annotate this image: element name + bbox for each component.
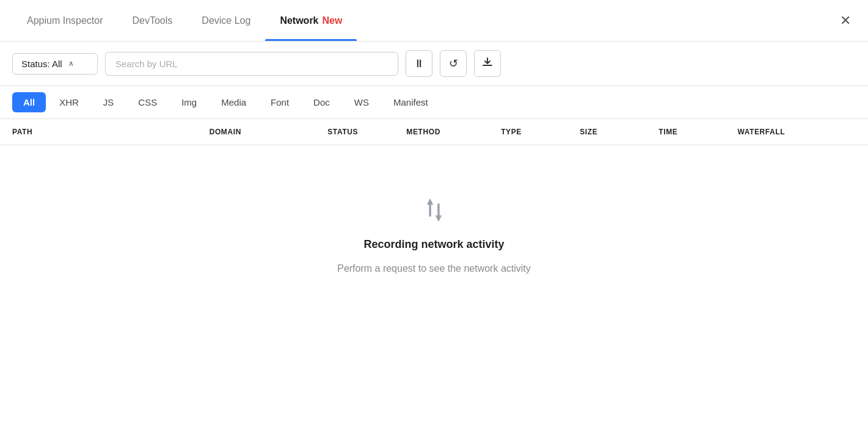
tab-network[interactable]: Network New <box>265 0 357 41</box>
network-transfer-icon <box>418 194 450 226</box>
table-header: PATH DOMAIN STATUS METHOD TYPE SIZE TIME… <box>0 119 868 145</box>
col-header-type: TYPE <box>501 128 580 136</box>
close-button[interactable]: ✕ <box>835 8 856 34</box>
pause-button[interactable]: ⏸ <box>406 50 432 77</box>
tab-appium-inspector[interactable]: Appium Inspector <box>12 0 118 41</box>
col-header-path: PATH <box>12 128 210 136</box>
filter-font[interactable]: Font <box>260 92 300 112</box>
filter-img[interactable]: Img <box>170 92 208 112</box>
svg-marker-0 <box>426 198 432 216</box>
search-input[interactable] <box>105 52 398 76</box>
new-badge: New <box>323 15 343 26</box>
tab-appium-inspector-label: Appium Inspector <box>27 15 103 26</box>
filter-ws[interactable]: WS <box>343 92 380 112</box>
empty-title: Recording network activity <box>363 238 504 251</box>
filter-manifest[interactable]: Manifest <box>382 92 439 112</box>
filter-media[interactable]: Media <box>210 92 257 112</box>
refresh-button[interactable]: ↻ <box>440 50 467 77</box>
empty-state: Recording network activity Perform a req… <box>0 145 868 323</box>
col-header-size: SIZE <box>580 128 658 136</box>
pause-icon: ⏸ <box>414 57 425 70</box>
chevron-down-icon: ∧ <box>68 59 74 68</box>
tab-device-log-label: Device Log <box>202 15 250 26</box>
filter-css[interactable]: CSS <box>127 92 168 112</box>
tab-bar: Appium Inspector DevTools Device Log Net… <box>0 0 868 42</box>
tab-devtools[interactable]: DevTools <box>118 0 188 41</box>
status-label: Status: All <box>21 59 62 69</box>
filter-doc[interactable]: Doc <box>302 92 341 112</box>
refresh-icon: ↻ <box>449 57 458 70</box>
col-header-waterfall: WATERFALL <box>737 128 856 136</box>
download-icon <box>481 56 494 71</box>
filter-bar: All XHR JS CSS Img Media Font Doc WS Man… <box>0 86 868 119</box>
filter-xhr[interactable]: XHR <box>48 92 90 112</box>
col-header-time: TIME <box>658 128 737 136</box>
tab-devtools-label: DevTools <box>133 15 173 26</box>
filter-js[interactable]: JS <box>92 92 125 112</box>
empty-subtitle: Perform a request to see the network act… <box>337 263 531 274</box>
svg-marker-1 <box>435 204 441 222</box>
filter-all[interactable]: All <box>12 92 46 112</box>
col-header-domain: DOMAIN <box>210 128 328 136</box>
status-dropdown[interactable]: Status: All ∧ <box>12 53 98 74</box>
col-header-method: METHOD <box>406 128 501 136</box>
tab-network-label: Network <box>280 15 318 26</box>
tab-device-log[interactable]: Device Log <box>187 0 265 41</box>
toolbar: Status: All ∧ ⏸ ↻ <box>0 42 868 86</box>
download-button[interactable] <box>474 50 501 77</box>
col-header-status: STATUS <box>327 128 406 136</box>
